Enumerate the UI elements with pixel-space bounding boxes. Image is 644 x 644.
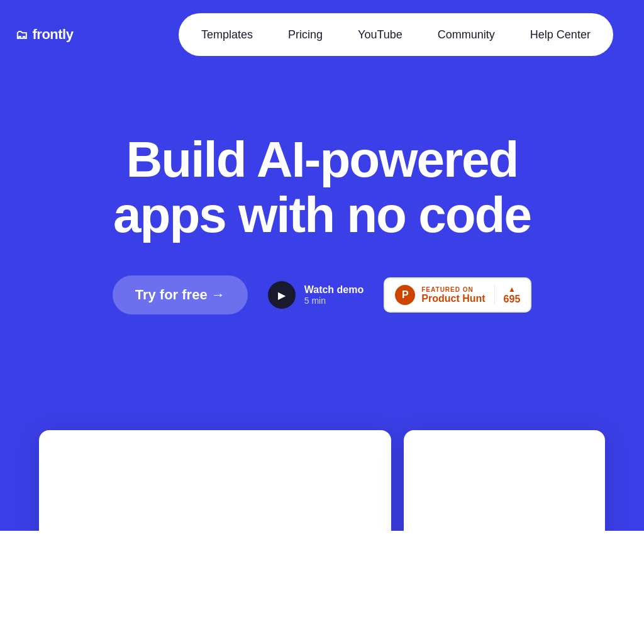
nav-item-community[interactable]: Community xyxy=(420,22,513,48)
ph-upvote-icon: ▲ xyxy=(508,285,516,294)
brand-name: frontly xyxy=(33,26,74,43)
header: 🗂 frontly Templates Pricing YouTube Comm… xyxy=(0,0,644,69)
nav-item-pricing[interactable]: Pricing xyxy=(270,22,340,48)
watch-demo-duration: 5 min xyxy=(304,296,364,306)
watch-demo-text: Watch demo 5 min xyxy=(304,284,364,306)
logo[interactable]: 🗂 frontly xyxy=(15,26,141,43)
watch-demo-button[interactable]: ▶ Watch demo 5 min xyxy=(268,281,364,309)
watch-demo-label: Watch demo xyxy=(304,284,364,296)
nav-item-youtube[interactable]: YouTube xyxy=(340,22,420,48)
ph-votes: ▲ 695 xyxy=(494,285,521,305)
ph-vote-count: 695 xyxy=(504,294,521,305)
product-hunt-text: FEATURED ON Product Hunt xyxy=(421,286,485,304)
hero-title-line1: Build AI-powered xyxy=(126,131,518,187)
white-bottom-section xyxy=(0,531,644,644)
ph-featured-label: FEATURED ON xyxy=(421,286,485,293)
hero-actions: Try for free → ▶ Watch demo 5 min P FEAT… xyxy=(113,275,532,314)
try-free-button[interactable]: Try for free → xyxy=(113,275,248,314)
product-hunt-icon: P xyxy=(395,285,415,305)
hero-title-line2: apps with no code xyxy=(113,187,531,243)
logo-icon: 🗂 xyxy=(15,28,28,42)
nav-item-help-center[interactable]: Help Center xyxy=(513,22,608,48)
play-icon: ▶ xyxy=(268,281,296,309)
hero-title: Build AI-powered apps with no code xyxy=(113,132,531,243)
navigation: Templates Pricing YouTube Community Help… xyxy=(179,13,613,56)
product-hunt-badge[interactable]: P FEATURED ON Product Hunt ▲ 695 xyxy=(384,277,531,313)
nav-item-templates[interactable]: Templates xyxy=(184,22,270,48)
ph-name: Product Hunt xyxy=(421,293,485,304)
